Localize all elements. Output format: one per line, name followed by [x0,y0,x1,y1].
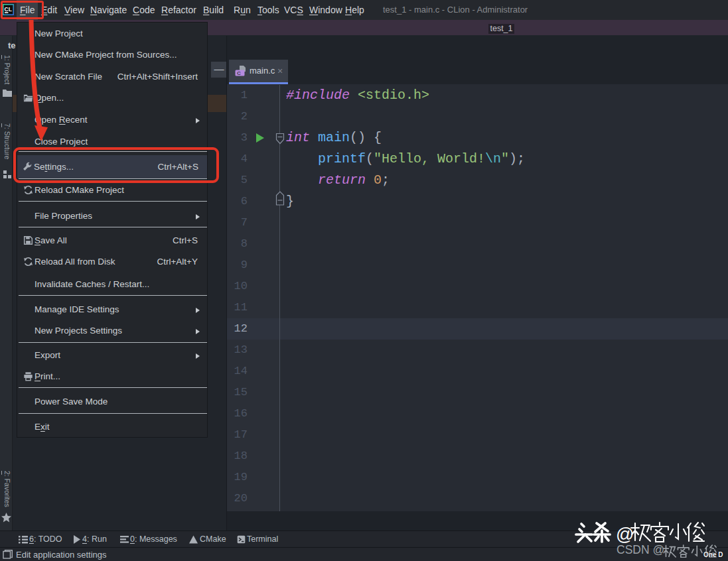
svg-text:C: C [237,70,241,76]
